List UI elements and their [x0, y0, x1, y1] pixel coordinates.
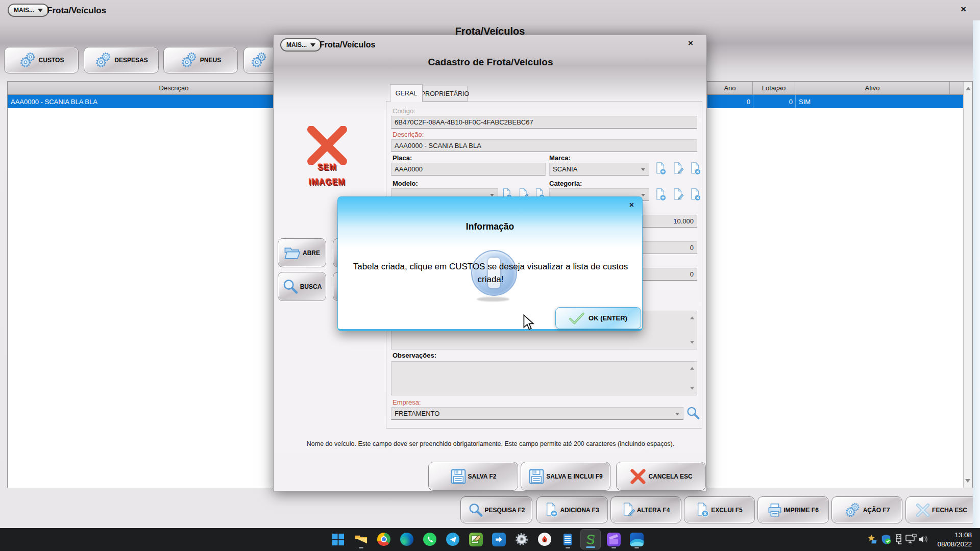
- scroll-down-icon[interactable]: [690, 387, 694, 392]
- adiciona-label: ADICIONA F3: [560, 507, 599, 514]
- tab-proprietario[interactable]: PROPRIETÁRIO: [423, 86, 468, 102]
- taskbar-start-button[interactable]: [328, 529, 348, 549]
- taskbar-clock[interactable]: 13:08 08/08/2022: [937, 531, 972, 549]
- taskbar-whatsapp-button[interactable]: [420, 529, 440, 549]
- blue-arrow-app-icon: [492, 533, 506, 546]
- cell-lotacao[interactable]: 0: [753, 95, 793, 108]
- modelo-label: Modelo:: [393, 180, 418, 187]
- scroll-down-icon[interactable]: [965, 479, 970, 485]
- floppy-save-icon: [528, 468, 545, 485]
- marca-delete-button[interactable]: [689, 162, 702, 176]
- windows-start-icon: [332, 533, 345, 546]
- taskbar-notepad-app-button[interactable]: [557, 529, 578, 549]
- dialog-title: Informação: [338, 221, 642, 232]
- cell-ativo[interactable]: SIM: [795, 95, 948, 108]
- mais-dropdown-main[interactable]: MAIS...: [8, 4, 49, 17]
- tray-overflow-button[interactable]: [867, 533, 879, 545]
- tray-network-icon[interactable]: [904, 533, 918, 545]
- custos-button[interactable]: CUSTOS: [4, 47, 79, 73]
- taskbar-explorer-button[interactable]: [351, 529, 371, 549]
- taskbar-gear-app-button[interactable]: [511, 529, 532, 549]
- altera-button[interactable]: ALTERA F4: [610, 496, 681, 523]
- no-image-text: SEM IMAGEM: [297, 160, 358, 189]
- scroll-down-icon[interactable]: [690, 341, 694, 346]
- acao-button[interactable]: AÇÃO F7: [831, 496, 902, 523]
- abre-label: ABRE: [303, 249, 320, 257]
- gears-icon: [94, 52, 113, 69]
- page-edit-icon: [622, 503, 635, 518]
- codigo-field[interactable]: 6B470C2F-08AA-4B10-8F0C-4FABC2BEBC67: [391, 116, 697, 129]
- custos-label: CUSTOS: [39, 57, 64, 64]
- no-image-icon: [306, 126, 349, 165]
- categoria-edit-button[interactable]: [672, 188, 685, 202]
- marca-add-button[interactable]: [654, 162, 668, 176]
- observacoes-textarea[interactable]: [391, 361, 697, 395]
- empresa-search-button[interactable]: [685, 405, 701, 421]
- marca-edit-button[interactable]: [672, 162, 685, 176]
- flame-app-icon: [538, 533, 551, 546]
- page-delete-icon: [696, 503, 709, 518]
- despesas-label: DESPESAS: [114, 57, 148, 64]
- scroll-up-icon[interactable]: [966, 84, 971, 90]
- marca-combo[interactable]: SCANIA: [549, 163, 649, 176]
- salva-button[interactable]: SALVA F2: [428, 462, 518, 491]
- tray-security-icon[interactable]: [880, 533, 892, 545]
- pneus-label: PNEUS: [200, 57, 221, 64]
- search-icon: [468, 503, 483, 518]
- adiciona-button[interactable]: ADICIONA F3: [536, 496, 608, 523]
- pneus-button[interactable]: PNEUS: [163, 47, 238, 73]
- tray-usb-icon[interactable]: [893, 533, 904, 545]
- floppy-save-icon: [450, 468, 467, 485]
- column-header-ativo[interactable]: Ativo: [795, 82, 950, 95]
- column-header-lotacao[interactable]: Lotação: [753, 82, 795, 95]
- active-indicator: [586, 546, 595, 548]
- placa-field[interactable]: AAA0000: [391, 163, 546, 176]
- taskbar-share-app-button[interactable]: [488, 529, 509, 549]
- categoria-delete-button[interactable]: [689, 188, 702, 202]
- scroll-up-icon[interactable]: [690, 314, 694, 319]
- modal-close-button[interactable]: ×: [688, 38, 693, 48]
- taskbar-media-app-button[interactable]: [626, 529, 647, 549]
- taskbar-edge-button[interactable]: [397, 529, 417, 549]
- modal-heading: Cadastro de Frota/Veículos: [274, 57, 707, 68]
- exclui-button[interactable]: EXCLUI F5: [684, 496, 755, 523]
- dialog-close-button[interactable]: ×: [629, 201, 634, 210]
- field-help-text: Nome do veículo. Este campo deve ser pre…: [274, 440, 707, 447]
- gears-icon: [844, 502, 862, 518]
- gears-icon: [250, 52, 268, 69]
- gears-icon: [19, 52, 37, 69]
- taskbar-image-editor-button[interactable]: [465, 529, 486, 549]
- taskbar-video-app-button[interactable]: [603, 529, 624, 549]
- categoria-add-button[interactable]: [654, 188, 668, 202]
- no-image-line2: IMAGEM: [297, 174, 358, 189]
- cell-ano[interactable]: 0: [707, 95, 750, 108]
- cancela-button[interactable]: CANCELA ESC: [616, 462, 706, 491]
- taskbar-telegram-button[interactable]: [443, 529, 463, 549]
- pesquisa-button[interactable]: PESQUISA F2: [460, 496, 532, 523]
- tab-geral[interactable]: GERAL: [390, 84, 423, 102]
- empresa-combo[interactable]: FRETAMENTO: [391, 407, 683, 420]
- taskbar-active-app-button[interactable]: [580, 529, 601, 549]
- column-header-ano[interactable]: Ano: [707, 82, 753, 95]
- info-dialog: × Informação Tabela criada, clique em CU…: [337, 196, 643, 331]
- window-close-button[interactable]: ×: [961, 4, 966, 15]
- taskbar-flame-app-button[interactable]: [534, 529, 555, 549]
- fecha-button[interactable]: FECHA ESC: [905, 496, 977, 523]
- tray-volume-icon[interactable]: [917, 533, 929, 545]
- table-scrollbar[interactable]: [963, 82, 972, 488]
- busca-button[interactable]: BUSCA: [278, 272, 326, 301]
- scroll-up-icon[interactable]: [690, 365, 694, 370]
- descricao-field[interactable]: AAA0000 - SCANIA BLA BLA: [391, 139, 697, 152]
- salva-inclui-button[interactable]: SALVA E INCLUI F9: [521, 462, 610, 491]
- mais-dropdown-modal[interactable]: MAIS...: [280, 38, 322, 52]
- marca-label: Marca:: [549, 154, 571, 162]
- gear-app-icon: [515, 533, 528, 546]
- categoria-label: Categoria:: [549, 180, 582, 187]
- taskbar-chrome-button[interactable]: [374, 529, 394, 549]
- imprime-button[interactable]: IMPRIME F6: [757, 496, 829, 523]
- abre-button[interactable]: ABRE: [278, 238, 326, 267]
- despesas-button[interactable]: DESPESAS: [84, 47, 159, 73]
- whatsapp-icon: [423, 533, 436, 546]
- ok-button[interactable]: OK (ENTER): [555, 307, 641, 329]
- erp-app-icon: [584, 533, 597, 546]
